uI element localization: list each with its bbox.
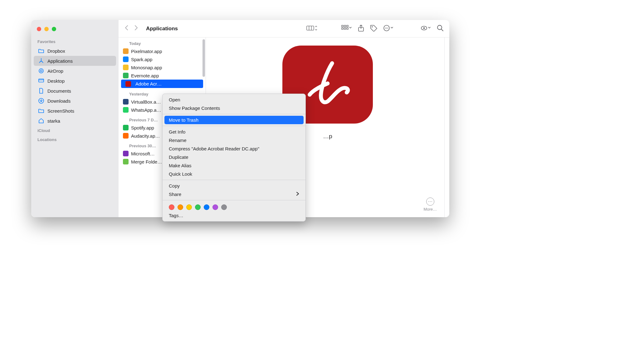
tag-color[interactable] bbox=[212, 204, 218, 210]
app-icon bbox=[125, 81, 131, 87]
svg-rect-13 bbox=[347, 28, 348, 29]
file-item[interactable]: Pixelmator.app bbox=[119, 47, 206, 55]
file-item[interactable]: Evernote.app bbox=[119, 71, 206, 80]
sidebar-item-dropbox[interactable]: Dropbox bbox=[34, 46, 116, 56]
preview-toggle-icon[interactable] bbox=[421, 25, 431, 33]
svg-rect-9 bbox=[344, 25, 346, 27]
sidebar-section-label: Favorites bbox=[31, 37, 119, 46]
menu-item-open[interactable]: Open bbox=[163, 95, 305, 104]
menu-item-show-package-contents[interactable]: Show Package Contents bbox=[163, 104, 305, 112]
sidebar: FavoritesDropboxApplicationsAirDropDeskt… bbox=[31, 20, 119, 217]
tag-color[interactable] bbox=[178, 204, 183, 210]
tag-color[interactable] bbox=[221, 204, 227, 210]
menu-item-label: Rename bbox=[169, 138, 187, 143]
tag-color[interactable] bbox=[204, 204, 209, 210]
file-item[interactable]: Spark.app bbox=[119, 55, 206, 63]
svg-point-1 bbox=[40, 70, 42, 72]
home-icon bbox=[38, 118, 44, 124]
sidebar-item-documents[interactable]: Documents bbox=[34, 86, 116, 96]
chevron-right-icon bbox=[296, 192, 299, 197]
svg-line-23 bbox=[442, 29, 443, 31]
sidebar-item-airdrop[interactable]: AirDrop bbox=[34, 66, 116, 76]
menu-separator bbox=[163, 114, 305, 114]
file-name: Audacity.ap… bbox=[131, 133, 160, 139]
ellipsis-icon: ⋯ bbox=[426, 198, 434, 206]
menu-item-label: Move to Trash bbox=[169, 117, 198, 123]
sidebar-item-label: Documents bbox=[47, 88, 71, 94]
tag-color[interactable] bbox=[186, 204, 192, 210]
tag-icon[interactable] bbox=[370, 25, 378, 33]
menu-item-label: Tags… bbox=[169, 213, 183, 218]
actions-icon[interactable] bbox=[383, 25, 394, 33]
tag-color[interactable] bbox=[195, 204, 201, 210]
menu-separator bbox=[163, 126, 305, 126]
toolbar: Applications bbox=[119, 20, 449, 37]
app-icon bbox=[123, 73, 129, 78]
svg-rect-5 bbox=[307, 26, 314, 30]
sidebar-item-desktop[interactable]: Desktop bbox=[34, 76, 116, 86]
desktop-icon bbox=[38, 78, 44, 84]
app-icon bbox=[123, 56, 129, 62]
file-item[interactable]: Adobe Acr… bbox=[121, 80, 203, 88]
file-name: VirtualBox.a… bbox=[131, 99, 161, 105]
menu-item-label: Compress "Adobe Acrobat Reader DC.app" bbox=[169, 146, 259, 151]
app-icon bbox=[123, 159, 129, 164]
window-controls bbox=[31, 24, 119, 37]
menu-item-copy[interactable]: Copy bbox=[163, 182, 305, 190]
file-item[interactable]: Monosnap.app bbox=[119, 63, 206, 71]
more-button[interactable]: ⋯ More… bbox=[423, 198, 437, 212]
menu-item-label: Duplicate bbox=[169, 154, 188, 160]
minimize-button[interactable] bbox=[44, 27, 49, 31]
close-button[interactable] bbox=[37, 27, 41, 31]
download-icon bbox=[38, 98, 44, 104]
scrollbar-thumb[interactable] bbox=[202, 39, 205, 77]
sidebar-item-screenshots[interactable]: ScreenShots bbox=[34, 106, 116, 116]
menu-item-label: Open bbox=[169, 97, 180, 102]
preview-scrollbar[interactable] bbox=[444, 37, 449, 217]
menu-item-label: Copy bbox=[169, 183, 180, 188]
file-name: Evernote.app bbox=[131, 73, 159, 78]
menu-item-tags[interactable]: Tags… bbox=[163, 211, 305, 220]
file-name: Monosnap.app bbox=[131, 65, 162, 70]
search-icon[interactable] bbox=[437, 25, 444, 33]
app-icon bbox=[123, 107, 129, 113]
folder-icon bbox=[38, 48, 44, 54]
app-icon bbox=[123, 65, 129, 70]
window-title: Applications bbox=[146, 26, 178, 32]
more-label: More… bbox=[423, 207, 437, 212]
view-columns-icon[interactable] bbox=[306, 25, 318, 33]
forward-button[interactable] bbox=[134, 25, 139, 32]
menu-item-get-info[interactable]: Get Info bbox=[163, 128, 305, 136]
file-name: WhatsApp.a… bbox=[131, 107, 161, 113]
sidebar-item-label: starka bbox=[47, 118, 60, 124]
menu-item-quick-look[interactable]: Quick Look bbox=[163, 170, 305, 178]
menu-item-rename[interactable]: Rename bbox=[163, 136, 305, 144]
group-icon[interactable] bbox=[341, 25, 352, 33]
svg-rect-11 bbox=[342, 28, 343, 29]
tag-color[interactable] bbox=[169, 204, 174, 210]
file-name: Microsoft… bbox=[131, 151, 155, 156]
menu-item-share[interactable]: Share bbox=[163, 190, 305, 198]
preview-filename: …p bbox=[323, 133, 332, 140]
file-group-label: Today bbox=[119, 37, 206, 47]
sidebar-section-label: iCloud bbox=[31, 126, 119, 135]
svg-point-21 bbox=[423, 27, 425, 29]
back-button[interactable] bbox=[124, 25, 129, 32]
menu-item-label: Share bbox=[169, 192, 181, 197]
menu-item-make-alias[interactable]: Make Alias bbox=[163, 161, 305, 170]
file-name: Spark.app bbox=[131, 57, 152, 62]
airdrop-icon bbox=[38, 68, 44, 74]
sidebar-item-starka[interactable]: starka bbox=[34, 116, 116, 126]
zoom-button[interactable] bbox=[52, 27, 56, 31]
sidebar-item-label: Desktop bbox=[47, 78, 65, 84]
sidebar-item-applications[interactable]: Applications bbox=[34, 56, 116, 66]
share-icon[interactable] bbox=[358, 24, 364, 33]
app-icon bbox=[123, 133, 129, 139]
menu-item-move-to-trash[interactable]: Move to Trash bbox=[164, 116, 304, 124]
app-icon bbox=[123, 125, 129, 130]
menu-item-compress-adobe-acrobat-reader-dc-app[interactable]: Compress "Adobe Acrobat Reader DC.app" bbox=[163, 144, 305, 153]
sidebar-item-label: Downloads bbox=[47, 98, 71, 104]
sidebar-item-label: AirDrop bbox=[47, 68, 63, 74]
menu-item-duplicate[interactable]: Duplicate bbox=[163, 153, 305, 161]
sidebar-item-downloads[interactable]: Downloads bbox=[34, 96, 116, 106]
